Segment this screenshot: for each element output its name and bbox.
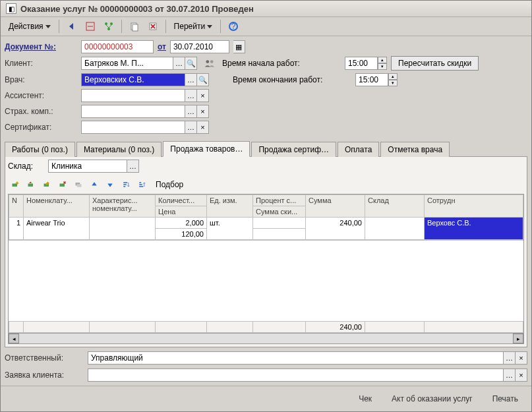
sort-desc-button[interactable] <box>134 177 149 192</box>
insurance-label: Страх. комп.: <box>5 107 77 116</box>
col-n[interactable]: N <box>9 195 24 218</box>
warehouse-pick-button[interactable]: … <box>127 160 139 173</box>
insurance-clear-button[interactable]: × <box>197 105 209 118</box>
client-pick-button[interactable]: … <box>173 57 185 70</box>
col-qty[interactable]: Количест... <box>156 195 207 206</box>
help-button[interactable]: ? <box>225 19 242 34</box>
edit-row-button[interactable] <box>40 177 54 192</box>
back-button[interactable] <box>63 19 80 34</box>
svg-point-10 <box>210 60 214 63</box>
col-sum[interactable]: Сумма <box>306 195 365 218</box>
doctor-label: Врач: <box>5 75 77 84</box>
insurance-input[interactable] <box>81 105 185 118</box>
client-input[interactable] <box>81 57 173 70</box>
app-window: ◧ Оказание услуг № 00000000003 от 30.07.… <box>0 0 532 412</box>
request-clear-button[interactable]: × <box>516 368 527 382</box>
assistant-input[interactable] <box>81 89 185 102</box>
actions-menu[interactable]: Действия <box>5 20 55 32</box>
doc-number-input[interactable] <box>81 40 154 53</box>
col-unit[interactable]: Ед. изм. <box>207 195 253 218</box>
request-input[interactable] <box>88 368 504 382</box>
assistant-clear-button[interactable]: × <box>197 89 209 102</box>
time-end-up[interactable]: ▴ <box>388 73 398 80</box>
copy-button[interactable] <box>126 19 143 34</box>
print-button[interactable]: Печать <box>487 392 523 406</box>
assistant-label: Ассистент: <box>5 91 77 100</box>
col-discount-sum[interactable]: Сумма ски... <box>253 206 306 218</box>
recalc-discounts-button[interactable]: Пересчитать скидки <box>391 56 479 71</box>
svg-rect-12 <box>28 184 34 187</box>
client-search-button[interactable]: 🔍 <box>185 57 197 70</box>
grid-toolbar: Подбор <box>8 175 524 194</box>
move-down-button[interactable] <box>103 177 117 192</box>
cert-pick-button[interactable]: … <box>185 121 197 134</box>
tab-doctor-mark[interactable]: Отметка врача <box>380 142 450 157</box>
tab-works[interactable]: Работы (0 поз.) <box>5 142 75 157</box>
tab-payment[interactable]: Оплата <box>338 142 379 157</box>
svg-rect-16 <box>77 184 82 187</box>
goto-menu[interactable]: Перейти <box>170 20 217 32</box>
tab-materials[interactable]: Материалы (0 поз.) <box>76 142 162 157</box>
cert-label: Сертификат: <box>5 123 77 132</box>
chevron-down-icon <box>207 25 212 28</box>
responsible-label: Ответственный: <box>5 353 84 363</box>
col-char[interactable]: Характерис... номенклату... <box>90 195 156 218</box>
client-label: Клиент: <box>5 59 77 68</box>
add-row-button[interactable] <box>8 177 22 192</box>
delete-button[interactable] <box>144 19 162 34</box>
structure-button[interactable] <box>100 19 117 34</box>
time-end-label: Время окончания работ: <box>233 75 351 84</box>
svg-rect-5 <box>133 24 138 31</box>
persons-icon[interactable] <box>201 56 218 71</box>
time-end-input[interactable] <box>355 73 388 86</box>
receipt-button[interactable]: Чек <box>353 392 377 406</box>
tab-goods-sale[interactable]: Продажа товаров… <box>163 141 250 157</box>
cert-clear-button[interactable]: × <box>197 121 209 134</box>
responsible-pick-button[interactable]: … <box>504 351 516 365</box>
assistant-pick-button[interactable]: … <box>185 89 197 102</box>
window-title: Оказание услуг № 00000000003 от 30.07.20… <box>20 4 254 14</box>
time-start-down[interactable]: ▾ <box>378 63 387 70</box>
calendar-icon[interactable]: ▦ <box>233 40 245 53</box>
goods-grid[interactable]: N Номенклату... Характерис... номенклату… <box>8 194 524 334</box>
time-start-up[interactable]: ▴ <box>378 57 387 63</box>
svg-text:?: ? <box>231 22 236 31</box>
scroll-right-button[interactable]: ▸ <box>513 334 523 343</box>
titlebar: ◧ Оказание услуг № 00000000003 от 30.07.… <box>1 1 531 17</box>
insurance-pick-button[interactable]: … <box>185 105 197 118</box>
svg-rect-14 <box>60 184 65 187</box>
warehouse-input[interactable] <box>48 160 127 173</box>
responsible-input[interactable] <box>88 351 504 365</box>
doctor-input[interactable] <box>81 73 185 86</box>
cert-input[interactable] <box>81 121 185 134</box>
doctor-pick-button[interactable]: … <box>185 73 197 86</box>
select-button[interactable]: Подбор <box>152 179 187 191</box>
responsible-clear-button[interactable]: × <box>516 351 527 365</box>
col-price[interactable]: Цена <box>156 206 207 218</box>
col-nomen[interactable]: Номенклату... <box>24 195 90 218</box>
move-up-button[interactable] <box>87 177 102 192</box>
insert-row-button[interactable] <box>24 177 38 192</box>
sort-asc-button[interactable] <box>119 177 133 192</box>
chevron-down-icon <box>45 25 51 28</box>
scroll-left-button[interactable]: ◂ <box>9 334 19 343</box>
delete-row-button[interactable] <box>55 177 70 192</box>
time-start-input[interactable] <box>345 57 378 70</box>
doc-date-input[interactable] <box>170 40 229 53</box>
act-button[interactable]: Акт об оказании услуг <box>386 392 478 406</box>
col-warehouse[interactable]: Склад <box>365 195 425 218</box>
svg-point-1 <box>105 22 107 25</box>
actions-menu-label: Действия <box>9 22 44 31</box>
refresh-button[interactable] <box>82 19 99 34</box>
copy-row-button[interactable] <box>71 177 86 192</box>
col-employee[interactable]: Сотрудн <box>425 195 523 218</box>
col-discount-pct[interactable]: Процент с... <box>253 195 306 206</box>
goto-menu-label: Перейти <box>174 22 206 31</box>
tab-cert-sale[interactable]: Продажа сертиф… <box>251 142 336 157</box>
table-row[interactable]: 1 Airwear Trio 2,000 шт. 240,00 Верховс … <box>9 218 523 229</box>
request-label: Заявка клиента: <box>5 370 84 380</box>
grid-hscroll[interactable]: ◂ ▸ <box>8 334 524 344</box>
request-pick-button[interactable]: … <box>504 368 516 382</box>
time-end-down[interactable]: ▾ <box>388 80 398 86</box>
doctor-search-button[interactable]: 🔍 <box>197 73 209 86</box>
